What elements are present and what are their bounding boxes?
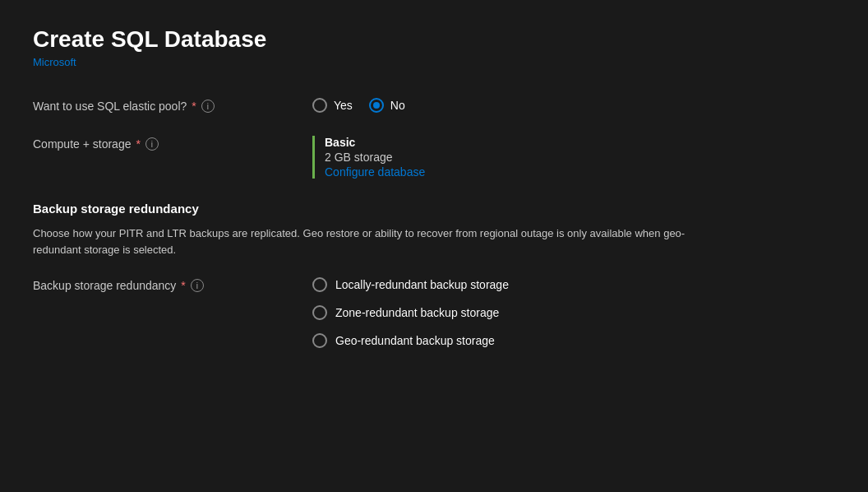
- elastic-pool-no-radio[interactable]: [369, 98, 384, 113]
- backup-geo-redundant-option[interactable]: Geo-redundant backup storage: [312, 333, 509, 348]
- elastic-pool-yes-option[interactable]: Yes: [312, 98, 353, 113]
- backup-redundancy-options: Locally-redundant backup storage Zone-re…: [312, 277, 509, 348]
- backup-geo-redundant-label: Geo-redundant backup storage: [335, 334, 495, 347]
- elastic-pool-label: Want to use SQL elastic pool? * i: [33, 98, 312, 113]
- elastic-pool-info-icon[interactable]: i: [201, 100, 215, 113]
- backup-geo-redundant-radio[interactable]: [312, 333, 327, 348]
- backup-section: Backup storage redundancy Choose how you…: [33, 202, 835, 348]
- page-subtitle: Microsoft: [33, 56, 835, 68]
- elastic-pool-required: *: [192, 100, 196, 113]
- compute-storage-label-text: Compute + storage: [33, 137, 131, 151]
- backup-locally-redundant-label: Locally-redundant backup storage: [335, 278, 509, 291]
- backup-section-description: Choose how your PITR and LTR backups are…: [33, 225, 690, 258]
- elastic-pool-options: Yes No: [312, 98, 405, 113]
- elastic-pool-row: Want to use SQL elastic pool? * i Yes No: [33, 98, 835, 113]
- compute-storage-info-icon[interactable]: i: [145, 137, 159, 151]
- backup-redundancy-required: *: [181, 279, 185, 292]
- compute-storage-label: Compute + storage * i: [33, 136, 312, 151]
- elastic-pool-yes-label: Yes: [334, 99, 353, 112]
- elastic-pool-yes-radio[interactable]: [312, 98, 327, 113]
- backup-locally-redundant-radio[interactable]: [312, 277, 327, 292]
- backup-zone-redundant-label: Zone-redundant backup storage: [335, 306, 499, 319]
- backup-zone-redundant-option[interactable]: Zone-redundant backup storage: [312, 305, 509, 320]
- elastic-pool-no-option[interactable]: No: [369, 98, 405, 113]
- elastic-pool-label-text: Want to use SQL elastic pool?: [33, 100, 187, 113]
- backup-redundancy-row: Backup storage redundancy * i Locally-re…: [33, 277, 835, 348]
- configure-database-link[interactable]: Configure database: [325, 165, 425, 179]
- compute-storage-value: Basic 2 GB storage Configure database: [312, 136, 425, 179]
- compute-storage-required: *: [136, 137, 140, 151]
- compute-tier-label: Basic: [325, 136, 425, 149]
- page-title: Create SQL Database: [33, 26, 835, 53]
- backup-locally-redundant-option[interactable]: Locally-redundant backup storage: [312, 277, 509, 292]
- backup-section-heading: Backup storage redundancy: [33, 202, 835, 216]
- backup-redundancy-label: Backup storage redundancy * i: [33, 277, 312, 292]
- compute-storage-row: Compute + storage * i Basic 2 GB storage…: [33, 136, 835, 179]
- compute-storage-size-label: 2 GB storage: [325, 151, 425, 164]
- backup-redundancy-label-text: Backup storage redundancy: [33, 279, 176, 292]
- backup-redundancy-info-icon[interactable]: i: [191, 279, 204, 292]
- elastic-pool-no-label: No: [390, 99, 405, 112]
- backup-zone-redundant-radio[interactable]: [312, 305, 327, 320]
